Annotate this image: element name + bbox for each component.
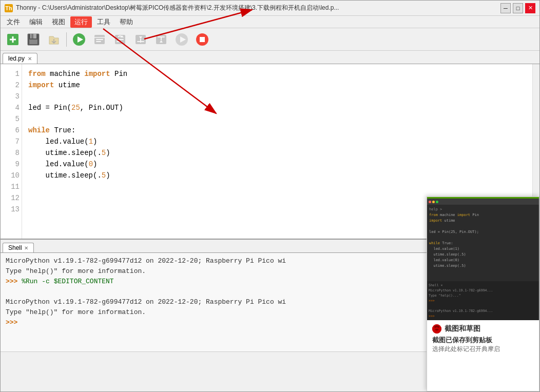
- raspberry-icon: [432, 324, 441, 334]
- main-window: Th Thonny - C:\Users\Administrator\Deskt…: [0, 0, 540, 392]
- svg-rect-21: [137, 41, 144, 42]
- step-into-button[interactable]: [131, 30, 150, 49]
- notif-footer: 截图和草图 截图已保存到剪贴板 选择此处标记召开典摩启: [427, 320, 539, 358]
- menu-edit[interactable]: 编辑: [25, 16, 47, 28]
- shell-tab-close[interactable]: ✕: [24, 245, 28, 251]
- menu-file[interactable]: 文件: [3, 16, 24, 28]
- menu-help[interactable]: 帮助: [115, 16, 137, 28]
- close-button[interactable]: ✕: [525, 3, 535, 13]
- notification-panel[interactable]: help > from machine import Pin import ut…: [427, 197, 539, 391]
- notif-screenshot-preview: help > from machine import Pin import ut…: [427, 197, 539, 320]
- notif-title: 截图和草图: [445, 324, 480, 334]
- shell-tab[interactable]: Shell ✕: [3, 243, 34, 252]
- load-button[interactable]: [45, 30, 63, 49]
- resume-button[interactable]: [172, 30, 191, 49]
- title-bar: Th Thonny - C:\Users\Administrator\Deskt…: [1, 1, 539, 16]
- line-numbers: 1 2 3 4 5 6 7 8 9 10 11 12 13: [1, 64, 22, 239]
- minimize-button[interactable]: ─: [500, 3, 511, 13]
- svg-rect-6: [29, 40, 37, 44]
- notif-subtitle: 截图已保存到剪贴板: [432, 336, 534, 345]
- svg-rect-13: [96, 41, 101, 42]
- menu-bar: 文件 编辑 视图 运行 工具 帮助: [1, 16, 539, 28]
- editor-tab[interactable]: led.py ✕: [3, 53, 37, 64]
- svg-rect-29: [200, 37, 205, 42]
- svg-rect-16: [117, 39, 124, 40]
- new-file-button[interactable]: [4, 30, 22, 49]
- notif-title-row: 截图和草图: [432, 324, 534, 334]
- svg-point-37: [436, 325, 438, 327]
- window-controls: ─ □ ✕: [500, 3, 535, 13]
- svg-rect-17: [117, 41, 122, 42]
- step-out-button[interactable]: [152, 30, 170, 49]
- title-bar-left: Th Thonny - C:\Users\Administrator\Deskt…: [5, 4, 339, 12]
- stop-button[interactable]: [193, 30, 211, 49]
- tab-close-button[interactable]: ✕: [28, 56, 32, 62]
- tab-label: led.py: [8, 55, 25, 62]
- toolbar: [1, 28, 539, 51]
- run-button[interactable]: [70, 30, 88, 49]
- svg-rect-5: [31, 34, 33, 38]
- notif-description: 选择此处标记召开典摩启: [432, 345, 534, 354]
- toolbar-separator-1: [66, 32, 67, 47]
- save-button[interactable]: [24, 30, 43, 49]
- debug-button[interactable]: [90, 30, 109, 49]
- step-over-button[interactable]: [111, 30, 129, 49]
- menu-view[interactable]: 视图: [48, 16, 69, 28]
- maximize-button[interactable]: □: [513, 3, 523, 13]
- window-title: Thonny - C:\Users\Administrator\Desktop\…: [16, 4, 339, 12]
- shell-tab-label: Shell: [8, 244, 22, 251]
- tab-bar: led.py ✕: [1, 51, 539, 64]
- app-icon: Th: [5, 4, 13, 12]
- svg-rect-25: [158, 36, 165, 37]
- menu-run[interactable]: 运行: [70, 16, 92, 28]
- svg-rect-12: [96, 39, 103, 40]
- menu-tools[interactable]: 工具: [93, 16, 114, 28]
